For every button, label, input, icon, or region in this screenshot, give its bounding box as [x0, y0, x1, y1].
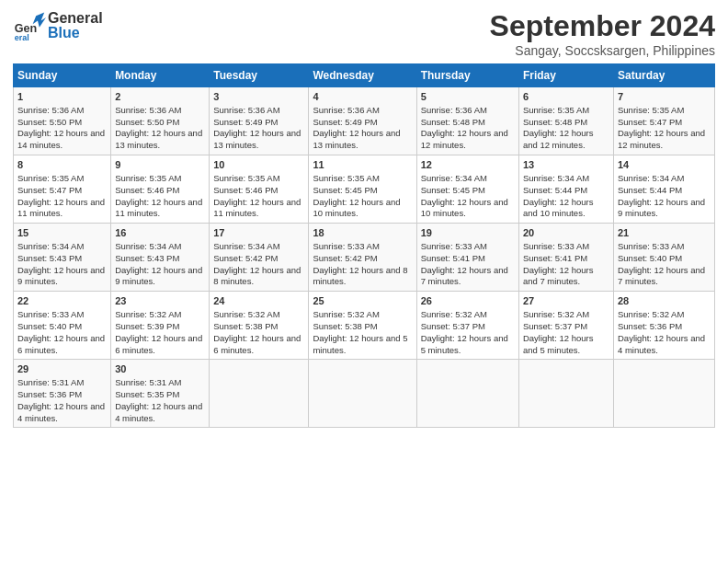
day-cell: 27Sunrise: 5:32 AMSunset: 5:37 PMDayligh…	[518, 292, 613, 360]
page: Gen eral General Blue September 2024 San…	[0, 0, 728, 563]
sunset-text: Sunset: 5:36 PM	[17, 389, 82, 399]
sunrise-text: Sunrise: 5:32 AM	[313, 309, 379, 319]
sunrise-text: Sunrise: 5:34 AM	[523, 173, 589, 183]
sunrise-text: Sunrise: 5:36 AM	[17, 105, 84, 115]
day-cell: 4Sunrise: 5:36 AMSunset: 5:49 PMDaylight…	[309, 87, 416, 155]
sunset-text: Sunset: 5:43 PM	[17, 253, 82, 263]
sunset-text: Sunset: 5:36 PM	[618, 321, 682, 331]
week-row-1: 1Sunrise: 5:36 AMSunset: 5:50 PMDaylight…	[14, 87, 715, 155]
sunset-text: Sunset: 5:38 PM	[213, 321, 278, 331]
sunset-text: Sunset: 5:42 PM	[313, 253, 377, 263]
sunrise-text: Sunrise: 5:32 AM	[421, 309, 487, 319]
day-number: 22	[17, 294, 107, 308]
daylight-text: Daylight: 12 hours and 6 minutes.	[213, 333, 301, 355]
sunrise-text: Sunrise: 5:34 AM	[17, 241, 84, 251]
sunset-text: Sunset: 5:48 PM	[523, 117, 587, 127]
sunset-text: Sunset: 5:50 PM	[17, 117, 82, 127]
daylight-text: Daylight: 12 hours and 11 minutes.	[213, 197, 301, 219]
week-row-2: 8Sunrise: 5:35 AMSunset: 5:47 PMDaylight…	[14, 155, 715, 224]
day-cell: 26Sunrise: 5:32 AMSunset: 5:37 PMDayligh…	[416, 292, 518, 360]
col-wednesday: Wednesday	[309, 64, 416, 87]
sunrise-text: Sunrise: 5:34 AM	[618, 173, 684, 183]
day-number: 7	[618, 90, 711, 104]
day-cell: 20Sunrise: 5:33 AMSunset: 5:41 PMDayligh…	[518, 224, 613, 292]
sunrise-text: Sunrise: 5:34 AM	[213, 241, 279, 251]
week-row-5: 29Sunrise: 5:31 AMSunset: 5:36 PMDayligh…	[14, 360, 715, 428]
sunset-text: Sunset: 5:38 PM	[313, 321, 377, 331]
sunset-text: Sunset: 5:37 PM	[421, 321, 485, 331]
day-number: 2	[115, 90, 205, 104]
sunset-text: Sunset: 5:43 PM	[115, 253, 179, 263]
col-friday: Friday	[518, 64, 613, 87]
day-number: 13	[523, 158, 609, 172]
week-row-4: 22Sunrise: 5:33 AMSunset: 5:40 PMDayligh…	[14, 292, 715, 360]
day-number: 17	[213, 226, 304, 240]
sunrise-text: Sunrise: 5:35 AM	[213, 173, 279, 183]
daylight-text: Daylight: 12 hours and 7 minutes.	[523, 265, 594, 287]
day-number: 20	[523, 226, 609, 240]
sunset-text: Sunset: 5:42 PM	[213, 253, 278, 263]
day-number: 12	[421, 158, 515, 172]
sunrise-text: Sunrise: 5:33 AM	[421, 241, 487, 251]
day-cell: 14Sunrise: 5:34 AMSunset: 5:44 PMDayligh…	[613, 155, 714, 224]
day-cell: 13Sunrise: 5:34 AMSunset: 5:44 PMDayligh…	[518, 155, 613, 224]
sunrise-text: Sunrise: 5:32 AM	[115, 309, 181, 319]
day-number: 1	[17, 90, 107, 104]
sunset-text: Sunset: 5:41 PM	[421, 253, 485, 263]
sunrise-text: Sunrise: 5:36 AM	[313, 105, 379, 115]
sunset-text: Sunset: 5:48 PM	[421, 117, 485, 127]
day-cell: 25Sunrise: 5:32 AMSunset: 5:38 PMDayligh…	[309, 292, 416, 360]
day-cell: 28Sunrise: 5:32 AMSunset: 5:36 PMDayligh…	[613, 292, 714, 360]
sunset-text: Sunset: 5:47 PM	[618, 117, 682, 127]
sunrise-text: Sunrise: 5:32 AM	[523, 309, 589, 319]
daylight-text: Daylight: 12 hours and 10 minutes.	[313, 197, 400, 219]
sunset-text: Sunset: 5:44 PM	[618, 185, 682, 195]
day-number: 23	[115, 294, 205, 308]
daylight-text: Daylight: 12 hours and 12 minutes.	[618, 128, 705, 150]
logo-blue-text: Blue	[48, 26, 103, 40]
sunset-text: Sunset: 5:49 PM	[213, 117, 278, 127]
day-number: 30	[115, 362, 205, 376]
calendar-body: 1Sunrise: 5:36 AMSunset: 5:50 PMDaylight…	[14, 87, 715, 428]
daylight-text: Daylight: 12 hours and 9 minutes.	[618, 197, 705, 219]
day-cell: 9Sunrise: 5:35 AMSunset: 5:46 PMDaylight…	[111, 155, 210, 224]
day-cell: 29Sunrise: 5:31 AMSunset: 5:36 PMDayligh…	[14, 360, 111, 428]
day-cell: 23Sunrise: 5:32 AMSunset: 5:39 PMDayligh…	[111, 292, 210, 360]
logo-text-block: General Blue	[48, 11, 103, 40]
day-cell: 2Sunrise: 5:36 AMSunset: 5:50 PMDaylight…	[111, 87, 210, 155]
sunset-text: Sunset: 5:44 PM	[523, 185, 587, 195]
day-cell: 17Sunrise: 5:34 AMSunset: 5:42 PMDayligh…	[210, 224, 309, 292]
sunrise-text: Sunrise: 5:36 AM	[213, 105, 279, 115]
day-cell: 1Sunrise: 5:36 AMSunset: 5:50 PMDaylight…	[14, 87, 111, 155]
daylight-text: Daylight: 12 hours and 4 minutes.	[618, 333, 705, 355]
col-saturday: Saturday	[613, 64, 714, 87]
day-cell	[613, 360, 714, 428]
daylight-text: Daylight: 12 hours and 12 minutes.	[421, 128, 508, 150]
daylight-text: Daylight: 12 hours and 13 minutes.	[213, 128, 301, 150]
sunrise-text: Sunrise: 5:36 AM	[115, 105, 181, 115]
day-number: 6	[523, 90, 609, 104]
day-cell: 5Sunrise: 5:36 AMSunset: 5:48 PMDaylight…	[416, 87, 518, 155]
day-number: 19	[421, 226, 515, 240]
daylight-text: Daylight: 12 hours and 6 minutes.	[17, 333, 105, 355]
sunrise-text: Sunrise: 5:35 AM	[523, 105, 589, 115]
day-cell	[416, 360, 518, 428]
daylight-text: Daylight: 12 hours and 5 minutes.	[421, 333, 508, 355]
logo-icon: Gen eral	[13, 9, 46, 42]
day-number: 28	[618, 294, 711, 308]
logo: Gen eral General Blue	[13, 9, 103, 42]
day-number: 10	[213, 158, 304, 172]
day-number: 18	[313, 226, 412, 240]
day-cell	[309, 360, 416, 428]
day-number: 4	[313, 90, 412, 104]
day-cell: 18Sunrise: 5:33 AMSunset: 5:42 PMDayligh…	[309, 224, 416, 292]
day-number: 9	[115, 158, 205, 172]
sunrise-text: Sunrise: 5:35 AM	[618, 105, 684, 115]
sunrise-text: Sunrise: 5:34 AM	[421, 173, 487, 183]
day-cell: 19Sunrise: 5:33 AMSunset: 5:41 PMDayligh…	[416, 224, 518, 292]
daylight-text: Daylight: 12 hours and 8 minutes.	[213, 265, 301, 287]
day-cell	[210, 360, 309, 428]
day-number: 29	[17, 362, 107, 376]
sunrise-text: Sunrise: 5:33 AM	[17, 309, 84, 319]
daylight-text: Daylight: 12 hours and 9 minutes.	[115, 265, 202, 287]
